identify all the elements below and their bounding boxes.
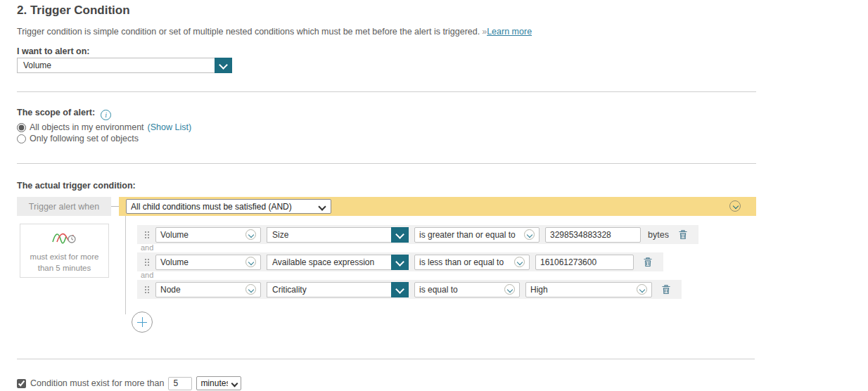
chevron-down-icon[interactable] xyxy=(391,227,409,243)
root-condition-band: All child conditions must be satisfied (… xyxy=(119,197,756,216)
chevron-down-icon xyxy=(245,284,256,295)
sustain-unit-select-wrap: minutes xyxy=(196,376,241,390)
trigger-condition-page: 2. Trigger Condition Trigger condition i… xyxy=(0,0,868,391)
field-value: Size xyxy=(267,227,391,243)
info-icon[interactable]: i xyxy=(101,110,111,120)
value-input[interactable] xyxy=(545,227,641,243)
divider xyxy=(17,163,756,164)
drag-handle-icon[interactable] xyxy=(144,286,150,294)
operator-value: is greater than or equal to xyxy=(419,230,520,240)
divider xyxy=(17,359,755,359)
value-dropdown[interactable]: High xyxy=(525,282,652,297)
operator-value: is less than or equal to xyxy=(419,257,510,267)
trigger-section-label: The actual trigger condition: xyxy=(17,181,136,191)
field-value: Available space expression xyxy=(267,255,391,270)
sustain-condition-row: Condition must exist for more than minut… xyxy=(17,376,241,390)
object-dropdown[interactable]: Volume xyxy=(155,255,261,270)
chevron-down-icon xyxy=(504,284,515,295)
show-list-link[interactable]: (Show List) xyxy=(148,122,192,132)
object-dropdown[interactable]: Volume xyxy=(155,227,261,243)
scope-option-set[interactable]: Only following set of objects xyxy=(17,134,139,143)
sustain-condition-label: Condition must exist for more than xyxy=(30,378,164,388)
scope-option-all-label: All objects in my environment xyxy=(30,122,144,132)
scope-option-all[interactable]: All objects in my environment (Show List… xyxy=(17,122,191,132)
sustain-unit-select[interactable]: minutes xyxy=(196,376,241,390)
page-title: 2. Trigger Condition xyxy=(17,4,130,18)
drag-handle-icon[interactable] xyxy=(144,258,150,267)
tree-connector-vertical xyxy=(125,216,126,314)
scope-radio-all[interactable] xyxy=(17,123,26,132)
chevron-down-icon xyxy=(514,257,525,267)
object-value: Volume xyxy=(160,257,241,267)
section-description: Trigger condition is simple condition or… xyxy=(17,27,532,37)
scope-section: The scope of alert:i xyxy=(17,105,111,120)
sustain-note-line1: must exist for more xyxy=(20,252,108,263)
root-condition-select-wrap: All child conditions must be satisfied (… xyxy=(126,199,331,214)
chevron-down-icon[interactable] xyxy=(391,255,409,270)
operator-dropdown[interactable]: is equal to xyxy=(414,282,520,297)
field-dropdown[interactable]: Criticality xyxy=(267,282,409,297)
scope-label: The scope of alert: xyxy=(17,108,95,117)
value-input[interactable] xyxy=(535,255,634,270)
condition-row: Node Criticality is equal to High xyxy=(137,280,682,299)
object-dropdown[interactable]: Node xyxy=(155,282,261,297)
alert-on-value: Volume xyxy=(17,58,215,73)
unit-label: bytes xyxy=(648,230,669,240)
field-dropdown[interactable]: Available space expression xyxy=(267,255,409,270)
condition-row: Volume Size is greater than or equal to … xyxy=(137,225,698,244)
sustain-note-line2: than 5 minutes xyxy=(20,263,108,274)
sustain-minutes-input[interactable] xyxy=(168,377,192,390)
field-dropdown[interactable]: Size xyxy=(267,227,409,243)
chevron-down-icon xyxy=(245,229,256,240)
collapse-chevron-icon[interactable] xyxy=(729,200,741,212)
tree-connector-horizontal xyxy=(111,206,119,207)
root-condition-select[interactable]: All child conditions must be satisfied (… xyxy=(126,199,331,214)
chevron-down-icon xyxy=(524,229,535,240)
condition-row: Volume Available space expression is les… xyxy=(137,252,663,271)
chevron-down-icon xyxy=(245,257,256,267)
joiner-label: and xyxy=(141,243,153,252)
operator-dropdown[interactable]: is greater than or equal to xyxy=(414,227,540,243)
joiner-label: and xyxy=(141,271,153,279)
learn-more-link[interactable]: Learn more xyxy=(487,27,532,37)
sustained-condition-icon xyxy=(51,231,78,245)
scope-radio-set[interactable] xyxy=(17,134,26,143)
object-value: Volume xyxy=(160,230,241,240)
add-condition-button[interactable] xyxy=(132,312,153,333)
chevron-down-icon[interactable] xyxy=(391,282,409,297)
description-text: Trigger condition is simple condition or… xyxy=(17,27,480,37)
chevron-down-icon xyxy=(637,284,647,295)
drag-handle-icon[interactable] xyxy=(144,231,150,239)
trash-icon[interactable] xyxy=(677,229,689,241)
value-text: High xyxy=(530,285,632,295)
alert-on-dropdown[interactable]: Volume xyxy=(17,58,232,73)
divider xyxy=(17,91,756,92)
alert-on-label: I want to alert on: xyxy=(17,46,89,56)
trash-icon[interactable] xyxy=(660,283,672,295)
chevron-down-icon[interactable] xyxy=(215,58,232,73)
operator-dropdown[interactable]: is less than or equal to xyxy=(414,255,530,270)
trigger-alert-when-box: Trigger alert when xyxy=(17,197,111,216)
trash-icon[interactable] xyxy=(642,256,653,268)
sustain-note-box: must exist for more than 5 minutes xyxy=(20,224,109,278)
object-value: Node xyxy=(160,285,241,295)
scope-option-set-label: Only following set of objects xyxy=(30,134,139,143)
sustain-condition-checkbox[interactable] xyxy=(17,379,26,388)
field-value: Criticality xyxy=(267,282,391,297)
operator-value: is equal to xyxy=(419,285,500,295)
